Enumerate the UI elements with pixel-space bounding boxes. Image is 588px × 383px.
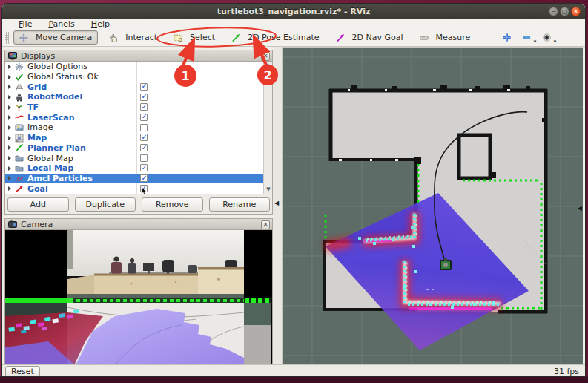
scroll-down-icon[interactable]: ▼ [264,186,272,194]
menu-bar: File Panels Help [2,19,585,29]
remove-button[interactable]: Remove [142,197,203,212]
expand-arrow-icon[interactable] [8,105,11,110]
camera-panel-header[interactable]: Camera ✕ [5,219,272,230]
display-row-label: RobotModel [27,92,82,102]
display-row-amcl-particles[interactable]: Amcl Particles [5,174,272,184]
display-row-laserscan[interactable]: LaserScan [5,112,272,122]
display-row-local-map[interactable]: Local Map [5,163,272,174]
panel-splitter[interactable]: ◀ [273,47,282,364]
display-row-label: LaserScan [27,113,75,122]
select-box-icon [174,33,182,42]
display-row-global-status[interactable]: Global Status: Ok [5,72,272,82]
remove-tool-button[interactable]: ▾ [522,33,532,42]
rename-button[interactable]: Rename [209,197,271,212]
pose-estimate-tool[interactable]: 2D Pose Estimate [226,31,325,44]
display-row-image[interactable]: Image [5,122,272,133]
displays-panel-title: Displays [21,51,55,61]
minimize-button[interactable]: − [549,7,558,16]
minus-icon [522,33,532,42]
plus-icon [502,33,512,42]
display-checkbox[interactable] [140,124,148,131]
menu-file[interactable]: File [19,19,32,29]
display-row-planner-plan[interactable]: Planner Plan [5,143,272,154]
map-icon [15,134,24,143]
monitor-icon [8,52,17,60]
expand-arrow-icon[interactable] [8,176,11,180]
menu-help[interactable]: Help [91,19,110,29]
rviz-window: turtlebot3_navigation.rviz* - RViz − ▢ ✕… [1,3,586,377]
display-checkbox[interactable] [140,83,148,91]
expand-arrow-icon[interactable] [8,125,11,130]
path-icon [15,143,24,152]
display-row-robotmodel[interactable]: RobotModel [5,92,272,102]
reset-button[interactable]: Reset [5,366,40,377]
camera-viewport[interactable] [5,230,272,364]
expand-arrow-icon[interactable] [8,85,11,89]
close-panel-icon[interactable]: ✕ [261,52,270,61]
title-bar[interactable]: turtlebot3_navigation.rviz* - RViz − ▢ ✕ [2,4,585,19]
expand-arrow-icon[interactable] [8,145,11,150]
mouse-cursor-icon [141,186,148,194]
render-viewport[interactable]: ◀ [282,47,583,364]
hand-icon [109,33,118,42]
tool-bar: Move Camera Interact Select 2D Pose Esti… [2,29,585,47]
particles-icon [15,174,24,183]
green-pose-arrow-icon [231,33,240,42]
display-checkbox[interactable] [140,134,148,141]
expand-arrow-icon[interactable] [8,75,11,79]
display-checkbox[interactable] [140,103,148,111]
tool-label: Measure [436,33,471,42]
dropdown-caret-icon[interactable]: ▾ [534,39,537,45]
display-row-tf[interactable]: TF [5,102,272,113]
tree-scrollbar[interactable]: ▲ ▼ [263,62,272,194]
display-checkbox[interactable] [140,174,148,182]
expand-arrow-icon[interactable] [8,166,11,171]
collapse-left-icon[interactable]: ◀ [274,200,279,206]
toolbar-grip[interactable] [5,32,9,44]
select-tool[interactable]: Select [168,31,220,44]
move-icon [19,33,28,42]
display-row-label: Planner Plan [27,143,86,153]
display-row-map[interactable]: Map [5,133,272,143]
fps-counter: 31 fps [554,367,579,376]
close-button[interactable]: ✕ [571,7,581,16]
tool-properties-button[interactable]: ▾ [542,33,552,42]
robot-icon [15,93,24,102]
display-checkbox[interactable] [140,154,148,162]
tool-label: 2D Nav Goal [352,33,403,42]
display-checkbox[interactable] [140,94,148,101]
collapse-right-icon[interactable]: ◀ [578,205,582,212]
display-row-global-options[interactable]: Global Options [5,62,272,72]
display-checkbox[interactable] [140,114,148,121]
duplicate-button[interactable]: Duplicate [75,197,136,212]
add-tool-button[interactable] [502,33,512,42]
measure-icon [420,33,429,42]
display-row-global-map[interactable]: Global Map [5,153,272,163]
nav-goal-tool[interactable]: 2D Nav Goal [331,31,409,44]
dropdown-caret-icon[interactable]: ▾ [554,39,557,45]
map-scene [283,48,583,364]
display-checkbox[interactable] [140,144,148,151]
status-bar: Reset 31 fps [2,364,585,377]
scroll-up-icon[interactable]: ▲ [264,62,272,70]
close-panel-icon[interactable]: ✕ [261,220,270,229]
interact-tool[interactable]: Interact [104,31,162,44]
measure-tool[interactable]: Measure [414,31,476,44]
add-button[interactable]: Add [7,197,69,212]
move-camera-tool[interactable]: Move Camera [13,30,98,45]
expand-arrow-icon[interactable] [8,65,11,69]
menu-panels[interactable]: Panels [48,19,74,29]
display-row-goal[interactable]: Goal [5,183,272,194]
maximize-button[interactable]: ▢ [560,7,569,16]
expand-arrow-icon[interactable] [8,156,11,160]
expand-arrow-icon[interactable] [8,186,11,191]
display-row-grid[interactable]: Grid [5,82,272,92]
image-icon [15,123,24,132]
camera-scene [5,230,271,364]
display-checkbox[interactable] [140,164,148,171]
display-row-label: Goal [27,184,48,194]
displays-panel-header[interactable]: Displays ✕ [5,50,272,62]
expand-arrow-icon[interactable] [8,115,11,120]
expand-arrow-icon[interactable] [8,136,11,140]
expand-arrow-icon[interactable] [8,95,11,99]
